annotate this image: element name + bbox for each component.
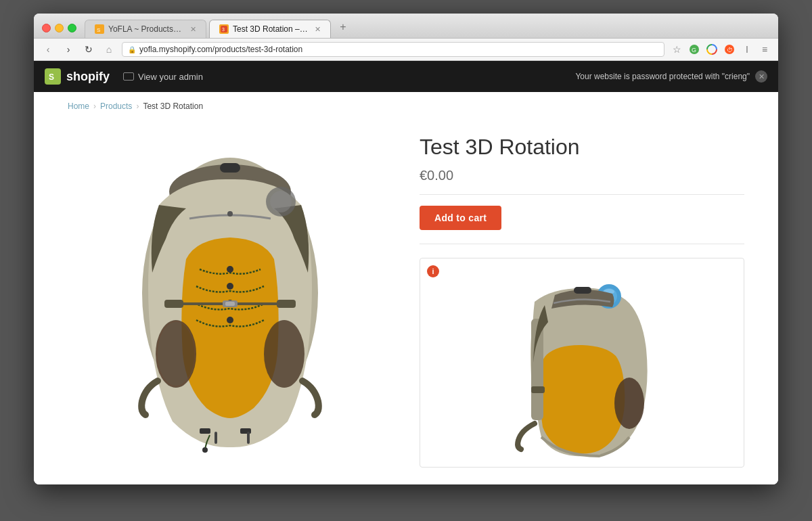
browser-extensions: ☆ G ⏱ I ≡: [670, 43, 771, 56]
price-divider: [420, 194, 744, 195]
password-notice-text: Your website is password protected with …: [575, 72, 750, 81]
svg-rect-35: [574, 287, 591, 294]
breadcrumb-sep-1: ›: [93, 101, 96, 111]
tab-2-label: Test 3D Rotation – YoFLA: [233, 24, 308, 34]
home-icon: ⌂: [106, 44, 112, 55]
tab-1[interactable]: S YoFLA ~ Products ~ Test 3 ✕: [85, 20, 206, 38]
backpack-side-image: [494, 268, 670, 457]
address-bar: ‹ › ↻ ⌂ 🔒 yofla.myshopify.com/products/t…: [34, 39, 778, 61]
product-image-section: [68, 120, 392, 468]
tab-2[interactable]: 3 Test 3D Rotation – YoFLA ✕: [209, 20, 331, 38]
back-icon: ‹: [47, 44, 50, 55]
svg-text:⏱: ⏱: [727, 47, 733, 53]
admin-link-icon: [123, 72, 134, 81]
password-notice: Your website is password protected with …: [575, 70, 767, 83]
close-notice-button[interactable]: ✕: [755, 70, 767, 83]
product-title: Test 3D Rotation: [420, 134, 744, 160]
new-tab-button[interactable]: +: [334, 19, 353, 38]
main-product-image: [68, 120, 392, 459]
svg-text:S: S: [49, 72, 54, 82]
minimize-button[interactable]: [55, 24, 64, 32]
svg-rect-38: [531, 386, 545, 393]
svg-rect-31: [225, 302, 235, 306]
page-content: Home › Products › Test 3D Rotation: [34, 92, 778, 484]
refresh-button[interactable]: ↻: [81, 42, 96, 57]
section-divider: [420, 244, 744, 244]
browser-window: S YoFLA ~ Products ~ Test 3 ✕ 3 Test 3D …: [34, 14, 778, 484]
rotation-image: [428, 267, 736, 459]
svg-text:3: 3: [222, 27, 225, 32]
svg-point-28: [202, 447, 208, 453]
svg-point-20: [264, 320, 304, 388]
tab-1-close[interactable]: ✕: [190, 25, 196, 34]
product-info-section: Test 3D Rotation €0.00 Add to cart i: [420, 120, 744, 468]
svg-rect-24: [200, 428, 210, 434]
refresh-icon: ↻: [85, 44, 93, 55]
bookmark-icon[interactable]: ☆: [670, 43, 683, 56]
svg-point-15: [227, 283, 233, 290]
backpack-front-image: [105, 124, 355, 455]
shopify-icon: S: [45, 68, 61, 85]
admin-link-text: View your admin: [138, 72, 203, 82]
lock-icon: 🔒: [128, 46, 136, 53]
rotation-widget[interactable]: i: [420, 258, 744, 468]
svg-point-13: [270, 191, 292, 212]
extension-3-icon[interactable]: ⏱: [723, 43, 736, 56]
forward-icon: ›: [67, 44, 70, 55]
tab-1-label: YoFLA ~ Products ~ Test 3: [108, 24, 183, 34]
cursor-icon[interactable]: I: [740, 43, 754, 56]
svg-rect-27: [247, 432, 250, 444]
svg-rect-21: [164, 300, 183, 308]
svg-point-37: [614, 378, 644, 429]
tab-2-favicon: 3: [219, 24, 229, 34]
menu-icon[interactable]: ≡: [758, 43, 771, 56]
close-button[interactable]: [42, 24, 51, 32]
maximize-button[interactable]: [68, 24, 76, 32]
tab-1-favicon: S: [95, 24, 104, 34]
svg-text:S: S: [97, 27, 100, 32]
view-admin-link[interactable]: View your admin: [123, 72, 203, 82]
home-button[interactable]: ⌂: [102, 42, 116, 57]
window-controls: [42, 24, 76, 38]
svg-rect-25: [215, 432, 217, 444]
url-text: yofla.myshopify.com/products/test-3d-rot…: [139, 45, 302, 54]
title-bar: S YoFLA ~ Products ~ Test 3 ✕ 3 Test 3D …: [34, 14, 778, 39]
breadcrumb-current: Test 3D Rotation: [143, 101, 203, 111]
shopify-logo: S shopify: [45, 68, 110, 85]
add-to-cart-button[interactable]: Add to cart: [420, 206, 501, 230]
product-layout: Test 3D Rotation €0.00 Add to cart i: [34, 120, 778, 468]
product-price: €0.00: [420, 168, 744, 183]
svg-point-17: [227, 317, 233, 323]
svg-point-18: [156, 320, 196, 388]
svg-text:G: G: [692, 47, 696, 53]
forward-button[interactable]: ›: [61, 42, 76, 57]
svg-rect-11: [220, 163, 240, 173]
back-button[interactable]: ‹: [41, 42, 55, 57]
breadcrumb-products[interactable]: Products: [100, 101, 132, 111]
breadcrumb: Home › Products › Test 3D Rotation: [34, 92, 778, 120]
svg-point-29: [227, 211, 233, 217]
svg-rect-22: [277, 300, 296, 308]
extension-2-icon[interactable]: [705, 43, 719, 56]
tab-2-close[interactable]: ✕: [315, 25, 321, 34]
url-bar[interactable]: 🔒 yofla.myshopify.com/products/test-3d-r…: [122, 42, 664, 57]
breadcrumb-sep-2: ›: [136, 101, 139, 111]
shopify-logo-text: shopify: [66, 70, 110, 84]
extension-1-icon[interactable]: G: [687, 43, 701, 56]
shopify-admin-bar: S shopify View your admin Your website i…: [34, 61, 778, 92]
svg-point-14: [227, 266, 233, 273]
breadcrumb-home[interactable]: Home: [68, 101, 89, 111]
